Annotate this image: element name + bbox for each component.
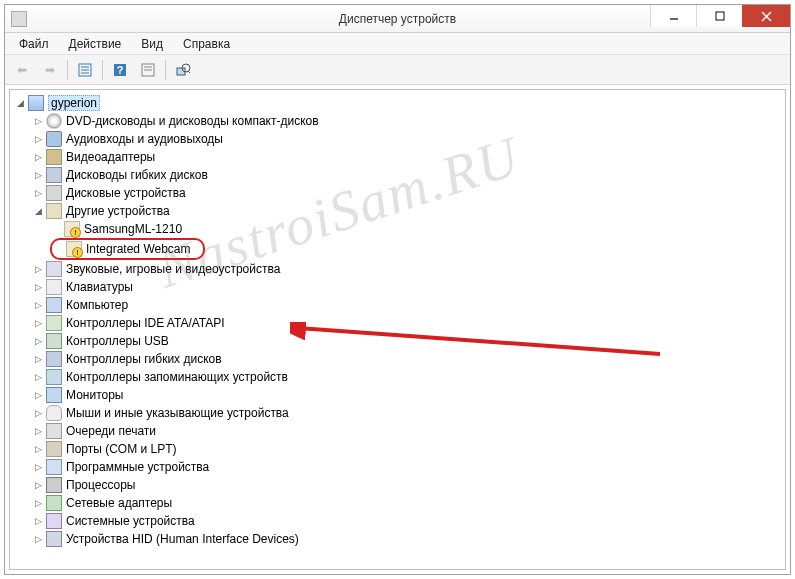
device-icon bbox=[46, 149, 62, 165]
expand-icon[interactable]: ▷ bbox=[32, 407, 44, 419]
tree-node[interactable]: ▷Звуковые, игровые и видеоустройства bbox=[12, 260, 783, 278]
device-icon bbox=[46, 351, 62, 367]
expand-icon[interactable]: ▷ bbox=[32, 533, 44, 545]
menu-help[interactable]: Справка bbox=[175, 35, 238, 53]
expand-icon[interactable]: ▷ bbox=[32, 371, 44, 383]
svg-rect-1 bbox=[716, 12, 724, 20]
tree-node[interactable]: ▷Очереди печати bbox=[12, 422, 783, 440]
device-icon bbox=[46, 459, 62, 475]
tree-node[interactable]: ▷Видеоадаптеры bbox=[12, 148, 783, 166]
expand-icon[interactable]: ▷ bbox=[32, 151, 44, 163]
tree-node[interactable]: ▷Порты (COM и LPT) bbox=[12, 440, 783, 458]
menu-view[interactable]: Вид bbox=[133, 35, 171, 53]
node-label: Сетевые адаптеры bbox=[66, 496, 172, 510]
device-icon bbox=[46, 387, 62, 403]
tree-node[interactable]: SamsungML-1210 bbox=[12, 220, 783, 238]
tree-node[interactable]: ▷Контроллеры USB bbox=[12, 332, 783, 350]
device-icon bbox=[46, 369, 62, 385]
tree-node[interactable]: ▷Мыши и иные указывающие устройства bbox=[12, 404, 783, 422]
tree-node[interactable]: ▷Мониторы bbox=[12, 386, 783, 404]
toolbar-separator bbox=[102, 60, 103, 80]
nav-forward-button[interactable]: ➡ bbox=[39, 59, 61, 81]
node-label: Аудиовходы и аудиовыходы bbox=[66, 132, 223, 146]
menu-file[interactable]: Файл bbox=[11, 35, 57, 53]
node-label: Integrated Webcam bbox=[86, 242, 191, 256]
expand-icon[interactable]: ▷ bbox=[32, 479, 44, 491]
expand-icon[interactable]: ▷ bbox=[32, 335, 44, 347]
tree-node[interactable]: ▷Программные устройства bbox=[12, 458, 783, 476]
device-icon bbox=[46, 477, 62, 493]
arrow-right-icon: ➡ bbox=[45, 63, 55, 77]
minimize-button[interactable] bbox=[650, 5, 696, 27]
expand-icon[interactable]: ▷ bbox=[32, 425, 44, 437]
tree-node[interactable]: ▷Устройства HID (Human Interface Devices… bbox=[12, 530, 783, 548]
tree-node[interactable]: ▷Процессоры bbox=[12, 476, 783, 494]
tree-node[interactable]: ▷Контроллеры запоминающих устройств bbox=[12, 368, 783, 386]
device-icon bbox=[46, 261, 62, 277]
node-label: Контроллеры IDE ATA/ATAPI bbox=[66, 316, 225, 330]
tree-node[interactable]: ▷Аудиовходы и аудиовыходы bbox=[12, 130, 783, 148]
properties-button[interactable] bbox=[137, 59, 159, 81]
expand-icon[interactable]: ▷ bbox=[32, 169, 44, 181]
node-label: Порты (COM и LPT) bbox=[66, 442, 177, 456]
menu-action[interactable]: Действие bbox=[61, 35, 130, 53]
tree-node[interactable]: ▷DVD-дисководы и дисководы компакт-диско… bbox=[12, 112, 783, 130]
help-icon: ? bbox=[112, 62, 128, 78]
device-icon bbox=[28, 95, 44, 111]
expander-blank bbox=[50, 223, 62, 235]
tree-node[interactable]: ▷Клавиатуры bbox=[12, 278, 783, 296]
device-icon bbox=[46, 279, 62, 295]
maximize-button[interactable] bbox=[696, 5, 742, 27]
expander-blank bbox=[52, 243, 64, 255]
device-icon bbox=[46, 513, 62, 529]
tree-node[interactable]: ▷Контроллеры IDE ATA/ATAPI bbox=[12, 314, 783, 332]
expand-icon[interactable]: ▷ bbox=[32, 497, 44, 509]
node-label: Другие устройства bbox=[66, 204, 170, 218]
node-label: Мыши и иные указывающие устройства bbox=[66, 406, 289, 420]
expand-icon[interactable]: ▷ bbox=[32, 115, 44, 127]
expand-icon[interactable]: ▷ bbox=[32, 461, 44, 473]
help-button[interactable]: ? bbox=[109, 59, 131, 81]
device-icon bbox=[46, 113, 62, 129]
device-icon bbox=[46, 495, 62, 511]
expand-icon[interactable]: ▷ bbox=[32, 133, 44, 145]
arrow-left-icon: ⬅ bbox=[17, 63, 27, 77]
node-label: Очереди печати bbox=[66, 424, 156, 438]
collapse-icon[interactable]: ◢ bbox=[14, 97, 26, 109]
node-label: Устройства HID (Human Interface Devices) bbox=[66, 532, 299, 546]
tree-node[interactable]: ▷Компьютер bbox=[12, 296, 783, 314]
scan-hardware-button[interactable] bbox=[172, 59, 194, 81]
expand-icon[interactable]: ▷ bbox=[32, 353, 44, 365]
expand-icon[interactable]: ▷ bbox=[32, 187, 44, 199]
tree-node[interactable]: Integrated Webcam bbox=[52, 240, 199, 258]
node-label: Мониторы bbox=[66, 388, 123, 402]
expand-icon[interactable]: ▷ bbox=[32, 281, 44, 293]
expand-icon[interactable]: ▷ bbox=[32, 299, 44, 311]
expand-icon[interactable]: ▷ bbox=[32, 263, 44, 275]
expand-icon[interactable]: ▷ bbox=[32, 317, 44, 329]
highlighted-device: Integrated Webcam bbox=[50, 238, 205, 260]
tree-node[interactable]: ▷Контроллеры гибких дисков bbox=[12, 350, 783, 368]
collapse-icon[interactable]: ◢ bbox=[32, 205, 44, 217]
node-label: Дисковые устройства bbox=[66, 186, 186, 200]
device-icon bbox=[46, 203, 62, 219]
tree-node[interactable]: ▷Системные устройства bbox=[12, 512, 783, 530]
show-hidden-button[interactable] bbox=[74, 59, 96, 81]
expand-icon[interactable]: ▷ bbox=[32, 515, 44, 527]
maximize-icon bbox=[715, 11, 725, 21]
tree-node[interactable]: ▷Сетевые адаптеры bbox=[12, 494, 783, 512]
tree-node[interactable]: ◢Другие устройства bbox=[12, 202, 783, 220]
expand-icon[interactable]: ▷ bbox=[32, 389, 44, 401]
node-label: Процессоры bbox=[66, 478, 136, 492]
tree-node[interactable]: ▷Дисковые устройства bbox=[12, 184, 783, 202]
device-tree-panel[interactable]: NastroiSam.RU ◢gyperion▷DVD-дисководы и … bbox=[9, 89, 786, 570]
close-icon bbox=[761, 11, 772, 22]
nav-back-button[interactable]: ⬅ bbox=[11, 59, 33, 81]
expand-icon[interactable]: ▷ bbox=[32, 443, 44, 455]
close-button[interactable] bbox=[742, 5, 790, 27]
device-icon bbox=[46, 333, 62, 349]
device-icon bbox=[46, 315, 62, 331]
node-label: SamsungML-1210 bbox=[84, 222, 182, 236]
tree-node[interactable]: ◢gyperion bbox=[12, 94, 783, 112]
tree-node[interactable]: ▷Дисководы гибких дисков bbox=[12, 166, 783, 184]
